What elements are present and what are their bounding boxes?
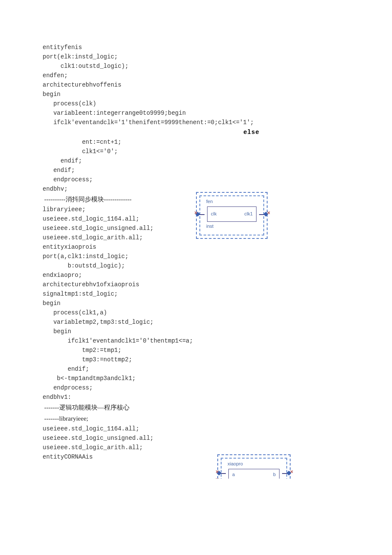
code-line: ent:=cnt+1; <box>43 137 349 147</box>
code-block-2: ent:=cnt+1; clk1<='0'; endif; endif; end… <box>43 137 349 194</box>
code-line: endif; <box>43 156 349 166</box>
code-line: tmp3:=nottmp2; <box>43 355 349 364</box>
module-name: fen <box>206 199 261 204</box>
module-box: a clk1 b <box>228 469 280 479</box>
section-heading-library: -------libraryieee; <box>43 413 349 424</box>
pin-x-icon: × <box>194 212 198 215</box>
code-line: endif; <box>43 166 349 175</box>
code-line: endif; <box>43 364 349 374</box>
code-line: ifclk1'eventandclk1='0'thentmp1<=a; <box>43 336 349 346</box>
code-line: process(clk1,a) <box>43 308 349 317</box>
code-line: begin <box>43 90 349 99</box>
code-line: port(elk:instd_logic; <box>43 52 349 61</box>
pin-x-icon: × <box>216 471 219 474</box>
code-line: endprocess; <box>43 383 349 392</box>
code-line: entityfenis <box>43 43 349 52</box>
code-line: architecturebhvoffenis <box>43 80 349 90</box>
code-block-1: entityfenis port(elk:instd_logic; clk1:o… <box>43 43 349 127</box>
code-line: architecturebhv1ofxiaoprois <box>43 280 349 289</box>
code-line: b<-tmp1andtmp3andclk1; <box>43 374 349 383</box>
code-line: endxiaopro; <box>43 270 349 280</box>
pin-x-icon: × <box>216 478 219 479</box>
block-diagram-fen: fen clk clk1 inst × × <box>196 192 268 239</box>
code-line: ifclk'eventandclk='1'thenifent=9999thene… <box>43 118 349 127</box>
instance-name: inst <box>206 224 261 229</box>
port-label-in-a: a <box>232 472 235 477</box>
code-line: clk1<='0'; <box>43 147 349 156</box>
code-line: entityCORNAAis <box>43 452 349 462</box>
port-label-out: clk1 <box>244 211 253 216</box>
code-line: endprocess; <box>43 175 349 184</box>
code-line: signaltmp1:std_logic; <box>43 289 349 299</box>
code-line: process(clk) <box>43 99 349 108</box>
port-label-out-b: b <box>273 472 276 477</box>
code-line: endfen; <box>43 71 349 80</box>
code-line: useieee.std_logic_arith.all; <box>43 443 349 452</box>
block-diagram-xiaopro: xiaopro a clk1 b inst × × × <box>217 454 291 479</box>
code-line: tmp2:=tmp1; <box>43 346 349 355</box>
code-line: useieee.std_logic_1164.all; <box>43 424 349 433</box>
port-label-in: clk <box>211 211 216 216</box>
code-line: variableent:integerrange0to9999;begin <box>43 108 349 118</box>
code-line: clk1:outstd_logic); <box>43 61 349 71</box>
code-block-4: useieee.std_logic_1164.all; useieee.std_… <box>43 424 349 462</box>
code-line: entityxiaoprois <box>43 242 349 252</box>
centered-else: else <box>43 127 349 137</box>
code-line: begin <box>43 327 349 336</box>
code-line: port(a,clk1:instd_logic; <box>43 252 349 261</box>
module-name: xiaopro <box>228 461 284 466</box>
code-line: useieee.std_logic_unsigned.all; <box>43 433 349 443</box>
code-line: begin <box>43 299 349 308</box>
section-heading-logic-core: -------逻辑功能模块—程序核心 <box>43 402 349 413</box>
pin-x-icon: × <box>267 212 271 215</box>
module-box: clk clk1 <box>207 206 257 222</box>
pin-x-icon: × <box>290 471 294 474</box>
code-line: variabletmp2,tmp3:std_logic; <box>43 317 349 327</box>
code-line: b:outstd_logic); <box>43 261 349 270</box>
code-line: endbhv1: <box>43 392 349 402</box>
